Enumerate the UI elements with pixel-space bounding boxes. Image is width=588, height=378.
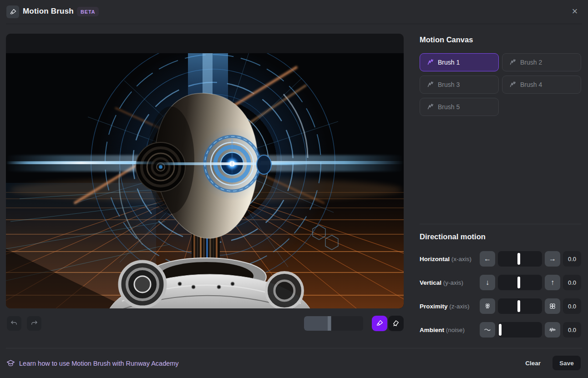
vertical-up-button[interactable]: ↑	[545, 275, 560, 290]
proximity-row: Proximity (z-axis) 0.0	[420, 298, 581, 314]
motion-brush-icon	[6, 5, 19, 18]
scribble-icon	[426, 81, 434, 88]
brush-5-tile[interactable]: Brush 5	[420, 98, 499, 116]
vertical-label: Vertical (y-axis)	[420, 279, 477, 286]
proximity-value: 0.0	[563, 298, 581, 314]
academy-link[interactable]: Learn how to use Motion Brush with Runwa…	[6, 359, 179, 368]
motion-canvas-panel[interactable]	[6, 34, 404, 308]
robot-scene	[6, 53, 404, 308]
header: Motion Brush BETA ×	[0, 0, 588, 24]
cluster-tight-icon	[483, 302, 492, 310]
ambient-label: Ambient (noise)	[420, 327, 477, 333]
arrow-down-icon: ↓	[486, 278, 489, 287]
panel-divider	[420, 224, 581, 224]
footer-actions: Clear Save	[525, 356, 581, 370]
vertical-value: 0.0	[563, 275, 581, 290]
ambient-value: 0.0	[563, 322, 581, 338]
paint-brush-icon	[9, 8, 17, 16]
brush-size-handle[interactable]	[328, 316, 331, 331]
academy-link-text: Learn how to use Motion Brush with Runwa…	[19, 360, 179, 367]
cluster-spread-icon	[548, 302, 557, 310]
scribble-icon	[426, 103, 434, 111]
vertical-slider-handle[interactable]	[517, 277, 520, 288]
scribble-icon	[426, 59, 434, 66]
label-text: Vertical	[420, 279, 441, 286]
directional-motion-rows: Horizontal (x-axis) ← → 0.0 Vertical (y-…	[420, 251, 581, 338]
proximity-closer-button[interactable]	[545, 298, 560, 314]
brush-3-tile[interactable]: Brush 3	[420, 76, 499, 94]
brush-tool-button[interactable]	[372, 316, 387, 331]
proximity-away-button[interactable]	[480, 298, 495, 314]
vertical-row: Vertical (y-axis) ↓ ↑ 0.0	[420, 275, 581, 290]
horizontal-slider[interactable]	[498, 251, 542, 267]
brush-tile-label: Brush 3	[438, 81, 460, 88]
scribble-icon	[509, 59, 516, 66]
proximity-slider-handle[interactable]	[517, 300, 520, 312]
vertical-down-button[interactable]: ↓	[480, 275, 495, 290]
eraser-tool-button[interactable]	[388, 316, 404, 331]
brush-tile-label: Brush 1	[438, 59, 460, 66]
beta-badge: BETA	[77, 7, 99, 16]
horizontal-right-button[interactable]: →	[545, 251, 560, 267]
ambient-row: Ambient (noise) 0.0	[420, 322, 581, 338]
brush-tile-label: Brush 4	[520, 81, 542, 88]
undo-button[interactable]	[7, 316, 21, 331]
horizontal-value: 0.0	[563, 251, 581, 267]
horizontal-slider-handle[interactable]	[517, 253, 520, 265]
axis-text: (x-axis)	[451, 256, 471, 262]
horizontal-left-button[interactable]: ←	[480, 251, 495, 267]
redo-button[interactable]	[27, 316, 41, 331]
brush-tile-label: Brush 2	[520, 59, 542, 66]
eraser-icon	[392, 319, 400, 328]
horizontal-label: Horizontal (x-axis)	[420, 256, 477, 262]
brush-tile-label: Brush 5	[438, 103, 460, 111]
axis-text: (y-axis)	[443, 279, 463, 286]
arrow-right-icon: →	[549, 255, 556, 263]
ambient-high-button[interactable]	[545, 322, 560, 338]
brush-size-slider[interactable]	[304, 316, 363, 331]
label-text: Ambient	[420, 327, 444, 333]
undo-icon	[10, 319, 18, 328]
graduation-cap-icon	[6, 359, 15, 368]
axis-text: (z-axis)	[449, 303, 469, 310]
proximity-label: Proximity (z-axis)	[420, 303, 477, 310]
footer-divider	[6, 348, 582, 348]
directional-motion-heading: Directional motion	[420, 232, 486, 241]
motion-canvas-heading: Motion Canvas	[420, 35, 473, 44]
proximity-slider[interactable]	[498, 298, 542, 314]
scribble-icon	[509, 81, 516, 88]
arrow-up-icon: ↑	[551, 278, 554, 287]
arrow-left-icon: ←	[484, 255, 491, 263]
ambient-slider[interactable]	[498, 322, 542, 338]
ambient-slider-handle[interactable]	[499, 324, 502, 336]
brush-grid: Brush 1 Brush 2 Brush 3 Brush 4 Brush 5	[420, 53, 581, 116]
horizontal-row: Horizontal (x-axis) ← → 0.0	[420, 251, 581, 267]
brush-2-tile[interactable]: Brush 2	[502, 53, 581, 71]
close-icon[interactable]: ×	[569, 5, 581, 17]
brush-1-tile[interactable]: Brush 1	[420, 53, 499, 71]
redo-icon	[30, 319, 38, 328]
ambient-low-button[interactable]	[480, 322, 495, 338]
label-text: Horizontal	[420, 256, 450, 262]
wave-noise-icon	[548, 326, 557, 334]
wave-soft-icon	[483, 326, 492, 334]
paint-brush-icon	[375, 319, 384, 328]
canvas-image[interactable]	[6, 53, 404, 308]
header-divider	[6, 24, 582, 24]
brush-4-tile[interactable]: Brush 4	[502, 76, 581, 94]
page-title: Motion Brush	[23, 7, 74, 16]
clear-button[interactable]: Clear	[525, 360, 541, 367]
save-button[interactable]: Save	[553, 356, 581, 370]
vertical-slider[interactable]	[498, 275, 542, 290]
label-text: Proximity	[420, 303, 448, 310]
axis-text: (noise)	[446, 327, 465, 333]
